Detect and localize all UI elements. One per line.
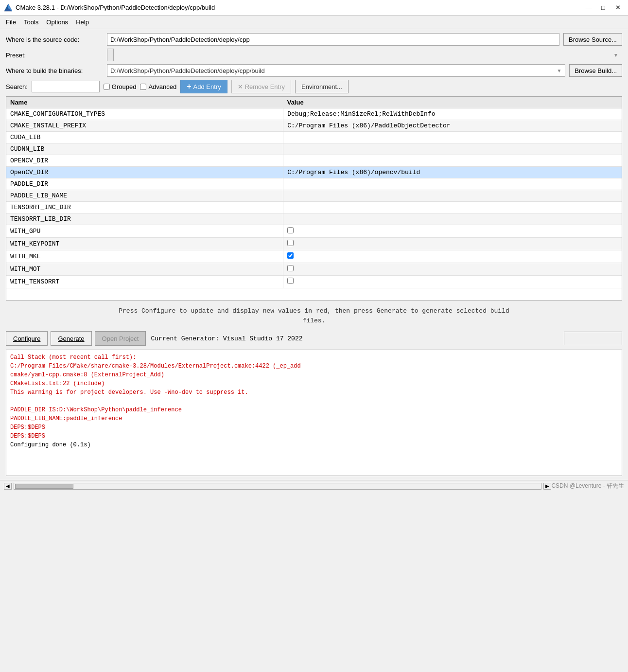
table-row[interactable]: WITH_MOT	[6, 263, 622, 276]
log-line	[10, 397, 618, 406]
col-name-header: Name	[6, 97, 283, 108]
preset-select[interactable]	[107, 49, 114, 61]
source-row: Where is the source code: Browse Source.…	[6, 33, 622, 46]
cell-name: TENSORRT_INC_DIR	[6, 202, 283, 213]
cell-value[interactable]	[283, 276, 622, 288]
cell-name: OPENCV_DIR	[6, 155, 283, 167]
table-row[interactable]: TENSORRT_LIB_DIR	[6, 213, 622, 225]
scrollbar-thumb[interactable]	[15, 484, 73, 489]
title-bar-left: CMake 3.28.1 - D:/WorkShop/Python/Paddle…	[4, 3, 215, 12]
table-row[interactable]: OpenCV_DIRC:/Program Files (x86)/opencv/…	[6, 167, 622, 178]
build-row: Where to build the binaries: D:/WorkShop…	[6, 64, 622, 77]
remove-entry-button[interactable]: ✕ ✕ Remove Entry Remove Entry	[231, 80, 291, 93]
open-project-button[interactable]: Open Project	[95, 331, 146, 346]
table-row[interactable]: WITH_TENSORRT	[6, 276, 622, 288]
preset-label: Preset:	[6, 52, 103, 59]
advanced-label[interactable]: Advanced	[140, 83, 176, 90]
source-input[interactable]	[107, 33, 559, 46]
horizontal-scrollbar[interactable]	[14, 483, 541, 490]
menu-options[interactable]: Options	[42, 17, 72, 27]
grouped-label[interactable]: Grouped	[104, 83, 137, 90]
table-row[interactable]: TENSORRT_INC_DIR	[6, 202, 622, 213]
menu-file[interactable]: File	[2, 17, 20, 27]
log-line: This warning is for project developers. …	[10, 388, 618, 397]
table-row[interactable]: PADDLE_DIR	[6, 178, 622, 190]
preset-row: Preset:	[6, 49, 622, 61]
log-line: DEPS:$DEPS	[10, 423, 618, 432]
table-row[interactable]: CUDA_LIB	[6, 132, 622, 143]
table-row[interactable]: WITH_KEYPOINT	[6, 238, 622, 250]
table-row[interactable]: OPENCV_DIR	[6, 155, 622, 167]
menu-tools[interactable]: Tools	[20, 17, 42, 27]
configure-button[interactable]: Configure	[6, 331, 48, 346]
value-checkbox[interactable]	[287, 265, 294, 271]
value-checkbox[interactable]	[287, 278, 294, 284]
generator-label: Current Generator: Visual Studio 17 2022	[151, 335, 302, 342]
info-text: Press Configure to update and display ne…	[6, 303, 622, 328]
cell-name: TENSORRT_LIB_DIR	[6, 213, 283, 225]
cmake-icon	[4, 3, 13, 12]
value-checkbox[interactable]	[287, 227, 294, 233]
cell-value[interactable]	[283, 250, 622, 263]
environment-button[interactable]: Environment...	[295, 80, 349, 93]
build-select[interactable]: D:/WorkShop/Python/PaddleDetection/deplo…	[107, 64, 565, 77]
cell-value: Debug;Release;MinSizeRel;RelWithDebInfo	[283, 108, 622, 120]
cell-value[interactable]	[283, 238, 622, 250]
cell-name: WITH_KEYPOINT	[6, 238, 283, 250]
value-checkbox[interactable]	[287, 240, 294, 246]
main-content: Where is the source code: Browse Source.…	[0, 29, 628, 480]
search-label: Search:	[6, 83, 28, 90]
cell-value: C:/Program Files (x86)/opencv/build	[283, 167, 622, 178]
grouped-checkbox[interactable]	[104, 84, 110, 90]
table-row[interactable]: CMAKE_CONFIGURATION_TYPESDebug;Release;M…	[6, 108, 622, 120]
table-row[interactable]: WITH_MKL	[6, 250, 622, 263]
generator-input[interactable]	[564, 332, 622, 345]
log-container[interactable]: Call Stack (most recent call first): C:/…	[6, 350, 622, 476]
cell-name: CUDA_LIB	[6, 132, 283, 143]
advanced-checkbox[interactable]	[140, 84, 146, 90]
cell-value[interactable]	[283, 225, 622, 238]
table-row[interactable]: PADDLE_LIB_NAME	[6, 190, 622, 202]
cell-value	[283, 178, 622, 190]
status-bar: ◀ ▶ CSDN @Leventure - 轩先生	[0, 480, 628, 492]
maximize-button[interactable]: □	[597, 2, 610, 13]
cell-value	[283, 155, 622, 167]
menu-help[interactable]: Help	[72, 17, 93, 27]
horizontal-scrollbar-area: ◀ ▶	[4, 483, 551, 490]
browse-build-button[interactable]: Browse Build...	[569, 64, 622, 77]
generate-button[interactable]: Generate	[51, 331, 91, 346]
cell-name: WITH_MOT	[6, 263, 283, 276]
watermark: CSDN @Leventure - 轩先生	[551, 482, 624, 490]
cell-name: WITH_GPU	[6, 225, 283, 238]
scroll-left-button[interactable]: ◀	[4, 483, 12, 490]
log-line: DEPS:$DEPS	[10, 432, 618, 441]
cell-name: CMAKE_INSTALL_PREFIX	[6, 120, 283, 132]
cell-value: C:/Program Files (x86)/PaddleObjectDetec…	[283, 120, 622, 132]
table-row[interactable]: CMAKE_INSTALL_PREFIXC:/Program Files (x8…	[6, 120, 622, 132]
cell-name: PADDLE_LIB_NAME	[6, 190, 283, 202]
search-input[interactable]	[32, 81, 100, 92]
minimize-button[interactable]: —	[582, 2, 595, 13]
cell-name: CUDNN_LIB	[6, 143, 283, 155]
close-button[interactable]: ✕	[611, 2, 624, 13]
preset-select-wrapper	[107, 49, 622, 61]
cell-value	[283, 143, 622, 155]
log-line: Call Stack (most recent call first):	[10, 353, 618, 362]
build-label: Where to build the binaries:	[6, 67, 103, 74]
cell-name: WITH_MKL	[6, 250, 283, 263]
table-row[interactable]: WITH_GPU	[6, 225, 622, 238]
add-entry-button[interactable]: + Add Entry	[180, 80, 227, 93]
scroll-right-button[interactable]: ▶	[543, 483, 551, 490]
value-checkbox[interactable]	[287, 252, 294, 259]
log-line: Configuring done (0.1s)	[10, 441, 618, 449]
title-bar: CMake 3.28.1 - D:/WorkShop/Python/Paddle…	[0, 0, 628, 16]
cell-name: OpenCV_DIR	[6, 167, 283, 178]
cell-name: CMAKE_CONFIGURATION_TYPES	[6, 108, 283, 120]
browse-source-button[interactable]: Browse Source...	[563, 33, 622, 46]
cell-value[interactable]	[283, 263, 622, 276]
entries-table-container[interactable]: Name Value CMAKE_CONFIGURATION_TYPESDebu…	[6, 96, 622, 301]
entries-table: Name Value CMAKE_CONFIGURATION_TYPESDebu…	[6, 97, 622, 288]
col-value-header: Value	[283, 97, 622, 108]
table-row[interactable]: CUDNN_LIB	[6, 143, 622, 155]
title-bar-title: CMake 3.28.1 - D:/WorkShop/Python/Paddle…	[16, 4, 215, 11]
